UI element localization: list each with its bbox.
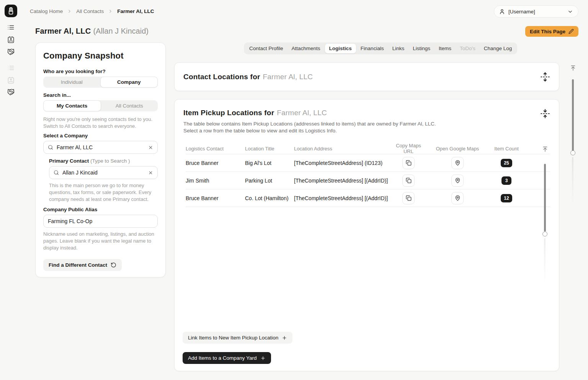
- alias-field: [43, 215, 158, 228]
- table-header-row: Logistics Contact Location Title Locatio…: [186, 143, 550, 154]
- primary-contact-input[interactable]: [62, 170, 145, 176]
- primary-contact-hint: (Type to Search ): [90, 158, 130, 164]
- breadcrumb-current-page: Farmer Al, LLC: [117, 8, 154, 14]
- inner-scrollbar-track-lower[interactable]: [544, 238, 546, 283]
- scroll-to-top-icon[interactable]: [542, 146, 548, 152]
- plus-icon: [260, 356, 266, 361]
- outer-scrollbar-track-lower[interactable]: [572, 157, 573, 205]
- cell-location-address: [TheCompleteStreetAddress] (ID123): [294, 160, 391, 166]
- outer-scrollbar-thumb[interactable]: [570, 150, 575, 155]
- item-count-badge: 3: [501, 176, 511, 185]
- pickup-title: Item Pickup Locations forFarmer Al, LLC: [183, 109, 436, 117]
- cell-logistics-contact: Bruce Banner: [186, 160, 245, 166]
- company-search-input[interactable]: [57, 144, 145, 150]
- primary-contact-field: [49, 166, 158, 179]
- pencil-icon: [568, 29, 574, 34]
- who-toggle: Individual Company: [43, 77, 158, 88]
- cell-logistics-contact: Jim Smith: [186, 178, 245, 184]
- tab-listings[interactable]: Listings: [408, 43, 434, 54]
- clear-primary-contact-icon[interactable]: [148, 170, 153, 175]
- cell-location-address: [TheCompleteStreetAddress] [(AddrID)]: [294, 178, 391, 184]
- col-location-title: Location Title: [245, 146, 294, 152]
- cell-location-title: Parking Lot: [245, 178, 294, 184]
- alias-input[interactable]: [48, 218, 153, 224]
- tab-financials[interactable]: Financials: [356, 43, 388, 54]
- scroll-to-top-icon[interactable]: [570, 65, 576, 71]
- company-search-field: [43, 141, 158, 154]
- primary-contact-help: This is the main person we go to for mon…: [49, 182, 158, 203]
- detail-tabs: Contact Profile Attachments Logistics Fi…: [244, 42, 517, 54]
- add-items-company-yard-button[interactable]: Add Items to a Company Yard: [183, 352, 271, 364]
- col-item-count: Item Count: [489, 146, 524, 152]
- copy-maps-url-button[interactable]: [402, 192, 415, 204]
- outer-scrollbar-track[interactable]: [572, 79, 574, 152]
- tab-contact-profile[interactable]: Contact Profile: [245, 43, 287, 54]
- app-logo[interactable]: [5, 5, 17, 17]
- company-label: Select a Company: [43, 133, 158, 139]
- table-row[interactable]: Bruce Banner Co. Lot (Hamilton) [TheComp…: [186, 189, 550, 207]
- tab-change-log[interactable]: Change Log: [480, 43, 516, 54]
- open-google-maps-button[interactable]: [451, 175, 464, 187]
- copy-maps-url-button[interactable]: [402, 175, 415, 187]
- contact-locations-card: Contact Locations forFarmer Al, LLC: [174, 62, 559, 91]
- breadcrumb-all-contacts[interactable]: All Contacts: [76, 8, 104, 14]
- list-icon[interactable]: [7, 24, 15, 31]
- search-icon: [48, 145, 53, 150]
- page-subtitle: (Allan J Kincaid): [93, 27, 149, 35]
- link-items-new-pickup-location-button[interactable]: Link Items to New Item Pickup Location: [183, 332, 292, 344]
- plus-icon: [282, 335, 287, 341]
- tab-attachments[interactable]: Attachments: [287, 43, 325, 54]
- search-in-toggle: My Contacts All Contacts: [43, 100, 158, 111]
- breadcrumb: Catalog Home All Contacts Farmer Al, LLC: [30, 8, 154, 14]
- primary-contact-label: Primary Contact (Type to Search ): [49, 158, 158, 164]
- list-icon: [7, 64, 15, 72]
- find-different-contact-button[interactable]: Find a Different Contact: [43, 259, 122, 271]
- search-in-option-my-contacts[interactable]: My Contacts: [43, 100, 101, 111]
- col-logistics-contact: Logistics Contact: [186, 146, 245, 152]
- contact-card-icon: [7, 77, 15, 84]
- tab-logistics[interactable]: Logistics: [325, 43, 356, 54]
- copy-maps-url-button[interactable]: [402, 157, 415, 169]
- company-snapshot-card: Company Snapshot Who are you looking for…: [35, 42, 166, 277]
- who-label: Who are you looking for?: [43, 68, 158, 74]
- who-option-individual[interactable]: Individual: [43, 77, 100, 88]
- snapshot-title: Company Snapshot: [43, 51, 158, 61]
- item-count-badge: 25: [501, 159, 512, 167]
- contact-card-icon[interactable]: [7, 36, 15, 43]
- item-pickup-locations-card: Item Pickup Locations forFarmer Al, LLC …: [174, 99, 559, 371]
- handshake-icon[interactable]: [7, 48, 15, 55]
- expand-section-icon[interactable]: [540, 72, 550, 82]
- inner-scrollbar-track[interactable]: [544, 164, 546, 232]
- cell-location-address: [TheCompleteStreetAddress] [(AddrID)]: [294, 195, 391, 201]
- table-row[interactable]: Bruce Banner Big Al's Lot [TheCompleteSt…: [186, 154, 550, 172]
- tab-items[interactable]: Items: [434, 43, 456, 54]
- who-option-company[interactable]: Company: [100, 77, 158, 88]
- handshake-icon[interactable]: [7, 88, 15, 96]
- jar-icon: [7, 7, 15, 15]
- search-in-help: Right now you're only seeing contacts ti…: [43, 116, 158, 130]
- inner-scrollbar-thumb[interactable]: [542, 232, 547, 236]
- cell-location-title: Big Al's Lot: [245, 160, 294, 166]
- search-in-option-all-contacts[interactable]: All Contacts: [101, 100, 158, 111]
- pickup-description: The table below contains Item Pickup Loc…: [183, 121, 436, 134]
- edit-this-page-button[interactable]: Edit This Page: [525, 26, 578, 37]
- cell-logistics-contact: Bruce Banner: [186, 195, 245, 201]
- contact-locations-title: Contact Locations forFarmer Al, LLC: [183, 73, 313, 81]
- copy-icon: [406, 178, 412, 183]
- table-row[interactable]: Jim Smith Parking Lot [TheCompleteStreet…: [186, 172, 550, 189]
- breadcrumb-catalog-home[interactable]: Catalog Home: [30, 8, 63, 14]
- chevron-right-icon: [67, 9, 72, 14]
- col-copy-maps-url: Copy Maps URL: [391, 143, 426, 154]
- col-location-address: Location Address: [294, 146, 391, 152]
- contact-locations-entity: Farmer Al, LLC: [263, 73, 313, 81]
- clear-company-icon[interactable]: [148, 145, 153, 150]
- alias-label: Company Public Alias: [43, 207, 158, 212]
- user-menu[interactable]: [Username]: [494, 5, 578, 18]
- open-google-maps-button[interactable]: [451, 157, 464, 169]
- user-menu-label: [Username]: [508, 9, 567, 15]
- tab-links[interactable]: Links: [388, 43, 409, 54]
- open-google-maps-button[interactable]: [451, 192, 464, 204]
- refresh-icon: [111, 262, 116, 268]
- collapse-section-icon[interactable]: [540, 109, 550, 119]
- item-count-badge: 12: [501, 194, 512, 202]
